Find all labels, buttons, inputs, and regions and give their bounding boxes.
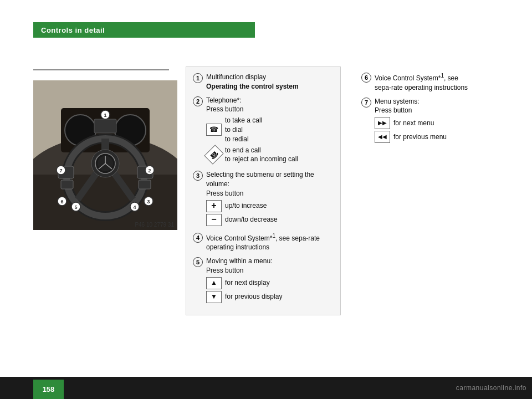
prev-menu-icon: ◀◀ [375,131,390,143]
minus-icon: − [206,214,222,226]
watermark: carmanualsonline.info [338,377,532,399]
item3-action2: − down/to decrease [206,214,334,226]
item-number-1: 1 [193,73,203,83]
item7-action1: ▶▶ for next menu [375,117,475,129]
instruction-box-right: 6 Voice Control System*1, see sepa-rate … [355,66,482,177]
bottom-bar: 158 carmanualsonline.info [0,377,532,399]
instruction-item-4: 4 Voice Control System*1, see sepa-rate … [193,232,334,253]
item-number-6: 6 [361,73,371,83]
item-number-2: 2 [193,96,203,106]
svg-text:2: 2 [148,168,151,173]
item2-text: Telephone*: Press button [206,96,334,115]
svg-text:1: 1 [104,112,106,118]
divider-rule [33,69,169,70]
page-number-container: 158 [33,380,64,399]
item7-action2: ◀◀ for previous menu [375,131,475,143]
plus-icon: + [206,200,222,212]
nav-down-icon: ▼ [206,291,222,303]
image-label: P46 10 2779 31 [135,222,174,228]
header-title: Controls in detail [41,26,105,34]
svg-text:5: 5 [74,204,77,210]
instruction-item-6: 6 Voice Control System*1, see sepa-rate … [361,72,475,93]
svg-text:4: 4 [133,204,136,210]
next-menu-icon: ▶▶ [375,117,390,129]
svg-rect-23 [139,180,151,189]
item5-action1: ▲ for next display [206,277,334,289]
instruction-item-7: 7 Menu systems: Press button ▶▶ for next… [361,97,475,145]
item3-action1: + up/to increase [206,200,334,212]
item-number-7: 7 [361,98,371,108]
phone-answer-icon: ☎ [206,124,222,136]
svg-rect-8 [94,119,116,133]
item1-heading: Operating the control system [206,83,299,90]
item-number-5: 5 [193,257,203,267]
svg-text:6: 6 [60,199,63,204]
item-number-4: 4 [193,233,203,243]
instruction-box-middle: 1 Multifunction display Operating the co… [186,66,341,315]
instruction-item-2: 2 Telephone*: Press button ☎ to take a c… [193,96,334,166]
svg-rect-21 [61,180,73,189]
svg-text:3: 3 [147,199,150,204]
phone-end-icon: ☎ [204,145,223,165]
item-number-3: 3 [193,171,203,181]
item5-action2: ▼ for previous display [206,291,334,303]
steering-wheel-image: 1 2 3 4 5 6 7 P46 10 2779 31 [33,80,177,230]
item1-text: Multifunction display [206,73,266,81]
watermark-text: carmanualsonline.info [456,384,526,392]
instruction-item-3: 3 Selecting the submenu or setting the v… [193,170,334,227]
item4-text: Voice Control System*1, see sepa-rate op… [206,234,320,252]
page-number: 158 [43,385,55,393]
header-bar: Controls in detail [33,22,255,38]
instruction-item-1: 1 Multifunction display Operating the co… [193,73,334,91]
svg-text:7: 7 [59,168,62,173]
instruction-item-5: 5 Moving within a menu: Press button ▲ f… [193,257,334,305]
nav-up-icon: ▲ [206,277,222,289]
item2-action2: ☎ to end a call to reject an incoming ca… [206,146,334,165]
item2-action1: ☎ to take a call to dial to redial [206,116,334,144]
item6-text: Voice Control System*1, see sepa-rate op… [375,74,468,91]
